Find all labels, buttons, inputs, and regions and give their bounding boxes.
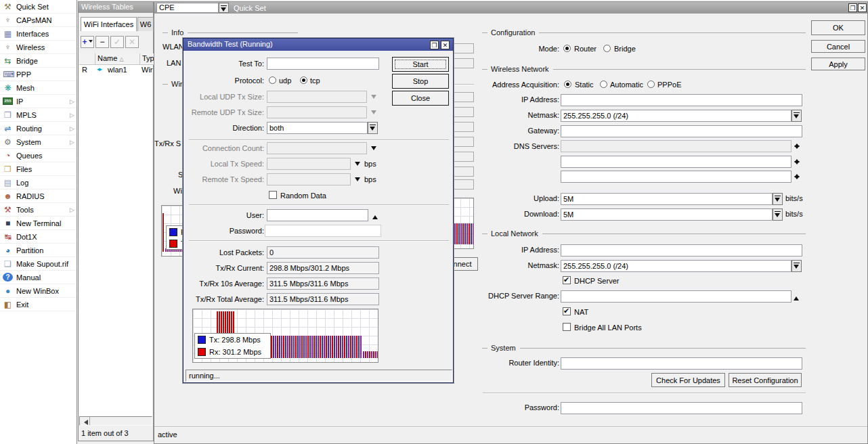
download-drop-icon[interactable] bbox=[773, 208, 783, 221]
nat-checkbox[interactable] bbox=[563, 307, 571, 315]
addr-static-radio[interactable] bbox=[564, 81, 571, 88]
sidebar-item-bridge[interactable]: ⇆Bridge bbox=[0, 54, 77, 68]
quickset-mode-combo[interactable]: CPE bbox=[156, 3, 219, 13]
router-identity-field[interactable] bbox=[561, 357, 802, 370]
ok-button[interactable]: OK bbox=[811, 20, 865, 35]
column-header-type[interactable]: Typ bbox=[140, 53, 154, 65]
sidebar-item-files[interactable]: ❒Files bbox=[0, 162, 77, 176]
sidebar-item-radius[interactable]: ☻RADIUS bbox=[0, 190, 77, 203]
protocol-tcp-radio[interactable] bbox=[300, 76, 307, 84]
bridge-all-lan-ports-checkbox[interactable] bbox=[563, 323, 571, 331]
close-button[interactable]: Close bbox=[392, 91, 449, 106]
sidebar-item-new-winbox[interactable]: ●New WinBox bbox=[0, 284, 77, 298]
dialog-close-icon[interactable]: ✕ bbox=[441, 41, 450, 49]
remove-button[interactable]: − bbox=[95, 36, 109, 48]
remote-tx-speed-field[interactable] bbox=[267, 173, 351, 185]
dns-field-3[interactable] bbox=[561, 171, 791, 183]
sidebar-item-dot1x[interactable]: ↹Dot1X bbox=[0, 230, 77, 244]
sidebar-item-ppp[interactable]: ⌨PPP bbox=[0, 68, 77, 81]
table-row[interactable]: R ◂▸ wlan1 Wir bbox=[79, 65, 152, 76]
download-field[interactable]: 5M bbox=[561, 208, 773, 221]
wan-netmask-field[interactable]: 255.255.255.0 (/24) bbox=[561, 110, 791, 122]
test-to-field[interactable] bbox=[267, 58, 379, 70]
local-tx-speed-drop-icon[interactable] bbox=[355, 162, 360, 169]
user-collapse-icon[interactable] bbox=[372, 213, 378, 219]
close-icon[interactable]: ✕ bbox=[858, 3, 867, 12]
direction-field[interactable]: both bbox=[267, 122, 368, 134]
local-udp-tx-size-field[interactable] bbox=[267, 91, 367, 103]
sidebar-item-tools[interactable]: ⚒Tools▷ bbox=[0, 203, 77, 217]
page-icon: ▤ bbox=[3, 178, 13, 187]
lan-netmask-field[interactable]: 255.255.255.0 (/24) bbox=[561, 260, 791, 272]
sidebar-item-interfaces[interactable]: ▦Interfaces bbox=[0, 27, 77, 41]
sidebar-item-quick-set[interactable]: ⚒Quick Set bbox=[0, 0, 77, 14]
stop-button[interactable]: Stop bbox=[392, 74, 449, 89]
wan-netmask-drop-icon[interactable] bbox=[791, 110, 802, 122]
dns-field-2[interactable] bbox=[561, 156, 791, 168]
dhcp-server-checkbox[interactable] bbox=[563, 276, 571, 284]
sidebar-item-capsman[interactable]: ♆CAPsMAN bbox=[0, 14, 77, 27]
apply-button[interactable]: Apply bbox=[811, 58, 865, 70]
bw-password-field[interactable] bbox=[265, 225, 381, 237]
quickset-mode-combo-drop-icon[interactable] bbox=[219, 3, 229, 13]
add-button[interactable]: + bbox=[81, 36, 94, 48]
tools-icon: ⚒ bbox=[3, 205, 13, 215]
remote-udp-tx-size-field[interactable] bbox=[267, 106, 367, 118]
sidebar-item-manual[interactable]: ?Manual bbox=[0, 271, 77, 284]
mode-router-radio[interactable] bbox=[563, 45, 571, 52]
reset-configuration-button[interactable]: Reset Configuration bbox=[729, 373, 802, 387]
direction-drop-icon[interactable] bbox=[368, 122, 378, 134]
dns-2-spinner-icon[interactable] bbox=[794, 156, 801, 168]
addr-pppoe-radio[interactable] bbox=[647, 81, 655, 88]
lan-netmask-drop-icon[interactable] bbox=[791, 260, 802, 272]
sidebar-item-make-supout-rif[interactable]: ❏Make Supout.rif bbox=[0, 257, 77, 271]
disable-button[interactable]: ✕ bbox=[125, 36, 139, 48]
addr-automatic-radio[interactable] bbox=[600, 81, 607, 88]
sidebar-item-wireless[interactable]: ♆Wireless bbox=[0, 41, 77, 54]
sidebar-item-exit[interactable]: ◧Exit bbox=[0, 298, 77, 311]
mode-bridge-radio[interactable] bbox=[603, 45, 611, 52]
connection-count-drop-icon[interactable] bbox=[371, 146, 376, 153]
dns-3-spinner-icon[interactable] bbox=[794, 171, 801, 183]
column-header-name[interactable]: Name △ bbox=[95, 53, 140, 65]
dns-field-1[interactable] bbox=[561, 140, 791, 152]
user-field[interactable] bbox=[267, 209, 368, 221]
sidebar-item-queues[interactable]: ◔Queues bbox=[0, 149, 77, 162]
dialog-maximize-icon[interactable]: ❐ bbox=[430, 41, 439, 49]
sidebar-item-log[interactable]: ▤Log bbox=[0, 176, 77, 190]
dhcp-range-field[interactable] bbox=[561, 290, 791, 303]
check-for-updates-button[interactable]: Check For Updates bbox=[651, 373, 725, 387]
gateway-field[interactable] bbox=[561, 125, 802, 137]
upload-drop-icon[interactable] bbox=[773, 193, 783, 205]
tab-wifi-interfaces[interactable]: WiFi Interfaces bbox=[81, 17, 137, 31]
sidebar-item-routing[interactable]: ⇌Routing▷ bbox=[0, 122, 77, 135]
qs-password-field[interactable] bbox=[561, 402, 802, 414]
sidebar-item-system[interactable]: ⚙System▷ bbox=[0, 135, 77, 149]
tab-w60g[interactable]: W6 bbox=[137, 17, 154, 31]
enable-button[interactable]: ✓ bbox=[110, 36, 124, 48]
horizontal-scrollbar[interactable] bbox=[79, 416, 152, 426]
random-data-checkbox[interactable] bbox=[269, 191, 277, 199]
sidebar-item-partition[interactable]: ◕Partition bbox=[0, 244, 77, 257]
sidebar-item-mesh[interactable]: ❋Mesh bbox=[0, 81, 77, 95]
upload-field[interactable]: 5M bbox=[561, 193, 773, 205]
remote-tx-speed-drop-icon[interactable] bbox=[355, 177, 360, 184]
local-tx-speed-field[interactable] bbox=[267, 158, 351, 170]
start-button[interactable]: Start bbox=[392, 57, 449, 72]
sidebar-item-ip[interactable]: 255IP▷ bbox=[0, 95, 77, 108]
sidebar-item-label: Quick Set bbox=[16, 3, 77, 11]
protocol-udp-radio[interactable] bbox=[269, 76, 276, 84]
maximize-icon[interactable]: ❐ bbox=[848, 3, 857, 12]
column-header-flags[interactable] bbox=[79, 53, 95, 65]
wan-ip-field[interactable] bbox=[561, 94, 802, 106]
dhcp-range-collapse-icon[interactable] bbox=[794, 294, 799, 301]
sidebar-item-mpls[interactable]: ❐MPLS▷ bbox=[0, 108, 77, 122]
tag-icon: ❐ bbox=[3, 110, 13, 120]
scroll-left-icon[interactable] bbox=[81, 420, 88, 425]
door-icon: ◧ bbox=[3, 300, 13, 309]
lan-ip-field[interactable] bbox=[561, 244, 802, 257]
sidebar-item-new-terminal[interactable]: ■New Terminal bbox=[0, 217, 77, 230]
dns-1-spinner-icon[interactable] bbox=[794, 140, 801, 152]
connection-count-field[interactable] bbox=[267, 142, 367, 154]
cancel-button[interactable]: Cancel bbox=[811, 40, 865, 53]
